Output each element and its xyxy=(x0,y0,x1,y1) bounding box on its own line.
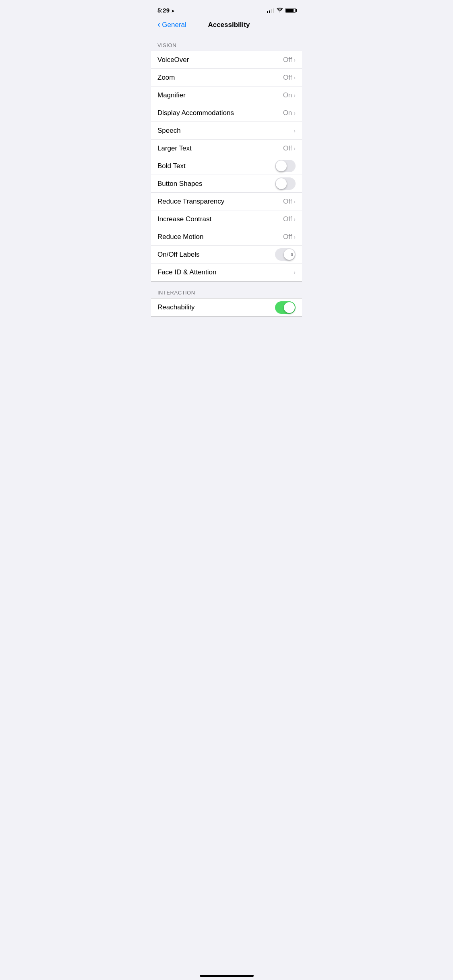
voiceover-row[interactable]: VoiceOver Off › xyxy=(151,51,302,69)
button-shapes-right xyxy=(275,177,296,190)
face-id-chevron-icon: › xyxy=(294,269,296,276)
magnifier-label: Magnifier xyxy=(157,91,186,99)
bold-text-right xyxy=(275,160,296,172)
face-id-row[interactable]: Face ID & Attention › xyxy=(151,264,302,281)
zoom-right: Off › xyxy=(283,74,296,82)
voiceover-value: Off xyxy=(283,56,292,64)
larger-text-value: Off xyxy=(283,144,292,152)
reduce-transparency-value: Off xyxy=(283,198,292,206)
onoff-labels-row[interactable]: On/Off Labels O xyxy=(151,246,302,264)
speech-right: › xyxy=(294,128,296,134)
zoom-row[interactable]: Zoom Off › xyxy=(151,69,302,86)
reduce-motion-value: Off xyxy=(283,233,292,241)
status-time: 5:29 xyxy=(157,7,170,14)
speech-label: Speech xyxy=(157,127,181,135)
bold-text-label: Bold Text xyxy=(157,162,186,170)
reduce-transparency-right: Off › xyxy=(283,198,296,206)
button-shapes-row[interactable]: Button Shapes xyxy=(151,175,302,193)
reachability-label: Reachability xyxy=(157,303,195,311)
increase-contrast-value: Off xyxy=(283,215,292,223)
nav-bar: ‹ General Accessibility xyxy=(151,18,302,34)
display-accommodations-label: Display Accommodations xyxy=(157,109,234,117)
onoff-labels-right: O xyxy=(275,248,296,261)
page-title: Accessibility xyxy=(186,21,271,29)
interaction-section-header: INTERACTION xyxy=(151,282,302,298)
location-icon: ➤ xyxy=(171,8,175,13)
increase-contrast-right: Off › xyxy=(283,215,296,223)
button-shapes-toggle-knob xyxy=(276,178,287,189)
bold-text-toggle-knob xyxy=(276,161,287,171)
onoff-labels-toggle[interactable]: O xyxy=(275,248,296,261)
zoom-label: Zoom xyxy=(157,74,175,82)
voiceover-chevron-icon: › xyxy=(294,57,296,63)
onoff-labels-label: On/Off Labels xyxy=(157,251,200,259)
reachability-row[interactable]: Reachability xyxy=(151,299,302,316)
increase-contrast-chevron-icon: › xyxy=(294,216,296,222)
increase-contrast-row[interactable]: Increase Contrast Off › xyxy=(151,210,302,228)
back-chevron-icon: ‹ xyxy=(157,20,160,29)
interaction-section: INTERACTION Reachability xyxy=(151,282,302,317)
reduce-motion-right: Off › xyxy=(283,233,296,241)
status-time-area: 5:29 ➤ xyxy=(157,7,175,14)
voiceover-label: VoiceOver xyxy=(157,56,189,64)
back-label: General xyxy=(162,21,186,29)
reduce-motion-row[interactable]: Reduce Motion Off › xyxy=(151,228,302,246)
bold-text-row[interactable]: Bold Text xyxy=(151,157,302,175)
back-button[interactable]: ‹ General xyxy=(157,21,186,29)
status-icons xyxy=(267,7,296,14)
magnifier-right: On › xyxy=(283,91,296,99)
magnifier-value: On xyxy=(283,91,292,99)
reachability-toggle[interactable] xyxy=(275,301,296,314)
magnifier-chevron-icon: › xyxy=(294,92,296,99)
larger-text-label: Larger Text xyxy=(157,144,192,152)
bold-text-toggle[interactable] xyxy=(275,160,296,172)
reduce-motion-label: Reduce Motion xyxy=(157,233,203,241)
zoom-chevron-icon: › xyxy=(294,74,296,81)
larger-text-right: Off › xyxy=(283,144,296,152)
larger-text-row[interactable]: Larger Text Off › xyxy=(151,140,302,157)
reachability-right xyxy=(275,301,296,314)
reduce-transparency-row[interactable]: Reduce Transparency Off › xyxy=(151,193,302,210)
face-id-label: Face ID & Attention xyxy=(157,268,216,276)
onoff-label-o: O xyxy=(291,252,293,257)
display-accommodations-chevron-icon: › xyxy=(294,110,296,116)
display-accommodations-right: On › xyxy=(283,109,296,117)
voiceover-right: Off › xyxy=(283,56,296,64)
vision-settings-group: VoiceOver Off › Zoom Off › Magnifier On … xyxy=(151,51,302,282)
speech-row[interactable]: Speech › xyxy=(151,122,302,140)
button-shapes-label: Button Shapes xyxy=(157,180,203,188)
zoom-value: Off xyxy=(283,74,292,82)
reduce-motion-chevron-icon: › xyxy=(294,234,296,240)
button-shapes-toggle[interactable] xyxy=(275,177,296,190)
face-id-right: › xyxy=(294,269,296,276)
wifi-icon xyxy=(277,7,283,14)
display-accommodations-value: On xyxy=(283,109,292,117)
speech-chevron-icon: › xyxy=(294,128,296,134)
vision-section: VISION VoiceOver Off › Zoom Off › Magnif… xyxy=(151,34,302,282)
interaction-settings-group: Reachability xyxy=(151,298,302,317)
reduce-transparency-chevron-icon: › xyxy=(294,198,296,205)
larger-text-chevron-icon: › xyxy=(294,145,296,152)
reachability-toggle-knob xyxy=(284,302,295,313)
status-bar: 5:29 ➤ xyxy=(151,0,302,18)
reduce-transparency-label: Reduce Transparency xyxy=(157,198,224,206)
display-accommodations-row[interactable]: Display Accommodations On › xyxy=(151,104,302,122)
battery-icon xyxy=(285,8,296,13)
magnifier-row[interactable]: Magnifier On › xyxy=(151,86,302,104)
increase-contrast-label: Increase Contrast xyxy=(157,215,211,223)
signal-icon xyxy=(267,8,274,13)
vision-section-header: VISION xyxy=(151,34,302,51)
